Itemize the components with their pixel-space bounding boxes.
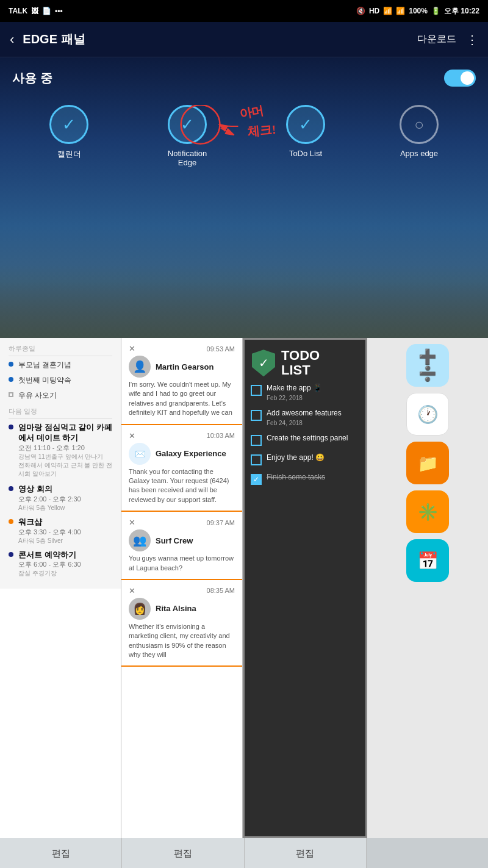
- mute-icon: 🔇: [356, 7, 365, 15]
- svg-text:아머: 아머: [238, 105, 264, 121]
- todo-shield-icon: ✓: [252, 350, 275, 376]
- active-toggle[interactable]: [444, 70, 476, 87]
- todo-checkbox-1[interactable]: [251, 410, 262, 421]
- todo-item-4: ✓ Finish some tasks: [251, 473, 359, 485]
- apps-edge-label: Apps edge: [400, 149, 438, 158]
- notif-header-1: ✕ 10:03 AM: [129, 431, 235, 440]
- status-left: TALK 🖼 📄 •••: [9, 7, 63, 15]
- todo-item-date-0: Feb 22, 2018: [267, 395, 322, 401]
- cal-event-dot-3: [9, 552, 13, 557]
- edit-btn-1[interactable]: 편집: [122, 838, 244, 868]
- panel-icon-calendar[interactable]: ✓ 캘린더: [49, 105, 88, 160]
- notif-sender-row-2: 👥 Surf Crew: [129, 529, 235, 551]
- notif-close-1[interactable]: ✕: [129, 431, 135, 440]
- todo-item-content-0: Make the app 📱 Feb 22, 2018: [267, 384, 322, 401]
- todo-title: TODOLIST: [281, 348, 320, 378]
- cal-event-dot-0: [9, 425, 13, 429]
- status-bar: TALK 🖼 📄 ••• 🔇 HD 📶 📶 100% 🔋 오후 10:22: [0, 0, 488, 22]
- next-schedule-label: 다음 일정: [9, 407, 112, 419]
- notification-edge-label: Notification Edge: [163, 149, 212, 167]
- cal-event-loc-0: 강남역 11번출구 앞에서 만나기: [18, 453, 112, 461]
- todo-checkbox-4[interactable]: ✓: [251, 474, 262, 485]
- cal-dot-square-2: [9, 392, 13, 397]
- cal-item-0: 부모님 결혼기념: [9, 360, 112, 370]
- todo-item-1: Add awesome features Feb 24, 2018: [251, 409, 359, 426]
- svg-text:체크!: 체크!: [247, 123, 277, 138]
- active-label: 사용 중: [12, 70, 52, 87]
- back-button[interactable]: ‹: [10, 32, 14, 48]
- notif-header-2: ✕ 09:37 AM: [129, 518, 235, 527]
- notif-time-1: 10:03 AM: [207, 432, 235, 439]
- page-title: EDGE 패널: [23, 31, 417, 48]
- notif-avatar-3: 👩: [129, 598, 151, 620]
- panel-icon-todo-list[interactable]: ✓ ToDo List: [286, 105, 325, 158]
- notif-sender-2: Surf Crew: [156, 536, 193, 545]
- cal-text-0: 부모님 결혼기념: [18, 360, 71, 370]
- notif-sender-3: Rita Alsina: [156, 604, 196, 613]
- notif-header-3: ✕ 08:35 AM: [129, 586, 235, 595]
- apps-edge-panel: ➕➗ 🕐 📁 ✳️ 📅: [367, 338, 488, 838]
- notif-close-0[interactable]: ✕: [129, 344, 135, 353]
- notif-item-1: ✕ 10:03 AM ✉️ Galaxy Experience Thank yo…: [121, 425, 242, 512]
- todo-item-0: Make the app 📱 Feb 22, 2018: [251, 384, 359, 401]
- app-icon-files[interactable]: 📁: [406, 442, 449, 484]
- notif-header-0: ✕ 09:53 AM: [129, 344, 235, 353]
- hd-badge: HD: [369, 7, 379, 15]
- status-right: 🔇 HD 📶 📶 100% 🔋 오후 10:22: [356, 6, 479, 16]
- all-day-label: 하루종일: [9, 344, 112, 356]
- screen-icon: 📄: [42, 7, 51, 15]
- header: ‹ EDGE 패널 다운로드 ⋮: [0, 22, 488, 57]
- notif-close-3[interactable]: ✕: [129, 586, 135, 595]
- cal-event-loc-1: A타워 5층 Yellow: [18, 504, 81, 512]
- panel-icon-notification-edge[interactable]: ✓ Notification Edge: [163, 105, 212, 167]
- todo-item-3: Enjoy the app! 😀: [251, 453, 359, 465]
- notif-avatar-1: ✉️: [129, 443, 151, 465]
- signal-icon: 📶: [396, 7, 405, 15]
- cal-event-dot-2: [9, 519, 13, 524]
- todo-checkbox-2[interactable]: [251, 435, 262, 446]
- cal-event-loc-2: A타워 5층 Silver: [18, 537, 81, 545]
- download-button[interactable]: 다운로드: [417, 33, 456, 46]
- panels-area: 하루종일 부모님 결혼기념 첫번째 미팅약속 우유 사오기 다음 일정 엄마랑 …: [0, 338, 488, 838]
- todo-item-text-2: Create the settings panel: [267, 434, 348, 443]
- cal-event-time-0: 오전 11:10 - 오후 1:20: [18, 443, 112, 453]
- panel-icon-apps-edge[interactable]: ○ Apps edge: [400, 105, 439, 158]
- toggle-row: 사용 중: [12, 70, 476, 87]
- notif-time-0: 09:53 AM: [207, 345, 235, 353]
- app-icon-calculator[interactable]: ➕➗: [406, 344, 449, 387]
- edit-btn-2[interactable]: 편집: [245, 838, 367, 868]
- notification-panel: ✕ 09:53 AM 👤 Martin Gearson I'm sorry. W…: [121, 338, 243, 838]
- edit-btn-0[interactable]: 편집: [0, 838, 122, 868]
- cal-event-2: 워크샵 오후 3:30 - 오후 4:00 A타워 5층 Silver: [9, 517, 112, 545]
- calendar-panel: 하루종일 부모님 결혼기념 첫번째 미팅약속 우유 사오기 다음 일정 엄마랑 …: [0, 338, 121, 838]
- notif-avatar-2: 👥: [129, 529, 151, 551]
- talk-label: TALK: [9, 7, 27, 15]
- calculator-icon: ➕➗: [418, 348, 437, 382]
- cal-item-1: 첫번째 미팅약속: [9, 375, 112, 386]
- app-icon-calendar[interactable]: 📅: [406, 539, 449, 582]
- todo-item-content-2: Create the settings panel: [267, 434, 348, 443]
- cal-event-detail-2: 워크샵 오후 3:30 - 오후 4:00 A타워 5층 Silver: [18, 517, 81, 545]
- notif-item-3: ✕ 08:35 AM 👩 Rita Alsina Whether it's en…: [121, 580, 242, 667]
- notif-item-2: ✕ 09:37 AM 👥 Surf Crew You guys wanna me…: [121, 512, 242, 580]
- clock-icon: 🕐: [417, 404, 439, 425]
- app-icon-clock[interactable]: 🕐: [406, 393, 449, 436]
- cal-event-time-1: 오후 2:00 - 오후 2:30: [18, 495, 81, 504]
- folder-icon: 📁: [417, 453, 439, 473]
- notif-time-2: 09:37 AM: [207, 519, 235, 526]
- todo-item-content-1: Add awesome features Feb 24, 2018: [267, 409, 342, 426]
- panel-icons-row: ✓ 캘린더 ✓ Notification Edge ✓ ToDo List ○ …: [12, 105, 476, 167]
- todo-checkbox-3[interactable]: [251, 454, 262, 465]
- app-icon-bixby[interactable]: ✳️: [406, 490, 449, 533]
- todo-list-label: ToDo List: [289, 149, 322, 158]
- cal-event-note-0: 전화해서 예약하고 근처 볼 만한 전시회 알아보기: [18, 461, 112, 478]
- more-button[interactable]: ⋮: [466, 32, 478, 47]
- cal-event-1: 영상 회의 오후 2:00 - 오후 2:30 A타워 5층 Yellow: [9, 484, 112, 512]
- calendar-label: 캘린더: [57, 149, 81, 160]
- todo-item-2: Create the settings panel: [251, 434, 359, 446]
- todo-checkbox-0[interactable]: [251, 385, 262, 396]
- calendar-content: 하루종일 부모님 결혼기념 첫번째 미팅약속 우유 사오기 다음 일정 엄마랑 …: [0, 338, 121, 589]
- cal-event-time-3: 오후 6:00 - 오후 6:30: [18, 560, 81, 569]
- notif-sender-row-3: 👩 Rita Alsina: [129, 598, 235, 620]
- notif-close-2[interactable]: ✕: [129, 518, 135, 527]
